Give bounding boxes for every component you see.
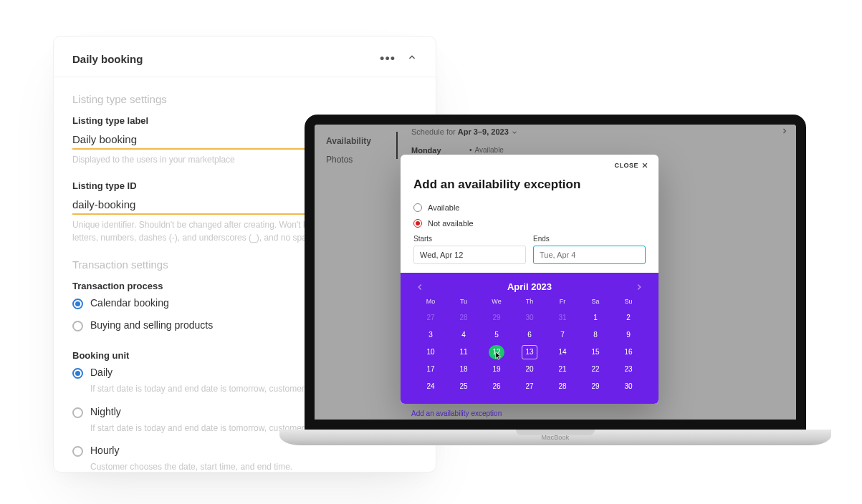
calendar-day[interactable]: 4 xyxy=(456,328,471,342)
calendar-day-other[interactable]: 31 xyxy=(555,311,570,325)
calendar-day[interactable]: 19 xyxy=(489,362,504,377)
process-option-label: Calendar booking xyxy=(90,297,169,309)
unit-option-label: Nightly xyxy=(90,406,121,417)
calendar-day[interactable]: 5 xyxy=(489,328,504,342)
sidebar-separator xyxy=(396,132,398,159)
close-button[interactable]: CLOSE xyxy=(614,162,648,169)
app-screen: Availability Photos Schedule for Apr 3–9… xyxy=(315,125,796,420)
calendar-day[interactable]: 17 xyxy=(423,362,439,377)
laptop-brand: MacBook xyxy=(542,434,570,441)
settings-header: Daily booking ••• xyxy=(54,37,436,77)
radio-icon[interactable] xyxy=(72,321,83,331)
calendar-day-other[interactable]: 29 xyxy=(489,311,504,325)
ends-input[interactable] xyxy=(533,246,646,264)
schedule-range: Apr 3–9, 2023 xyxy=(458,127,509,136)
calendar-grid: MoTuWeThFrSaSu27282930311234567891011121… xyxy=(415,298,644,394)
ends-field: Ends xyxy=(533,235,646,264)
calendar-day[interactable]: 3 xyxy=(423,328,439,342)
radio-icon[interactable] xyxy=(413,203,422,212)
calendar-day[interactable]: 16 xyxy=(621,345,636,359)
calendar-day[interactable]: 24 xyxy=(423,379,439,394)
calendar-day-other[interactable]: 28 xyxy=(456,311,471,325)
sidebar-item-availability[interactable]: Availability xyxy=(320,132,399,150)
calendar-dow: Sa xyxy=(580,298,611,308)
cursor-icon xyxy=(495,351,502,359)
settings-title: Daily booking xyxy=(72,53,143,65)
calendar-day[interactable]: 20 xyxy=(522,362,537,377)
calendar-day[interactable]: 27 xyxy=(522,379,537,394)
modal-option-label: Available xyxy=(428,203,459,212)
calendar-dow: We xyxy=(481,298,512,308)
modal-option-available[interactable]: Available xyxy=(413,203,646,212)
calendar-day[interactable]: 30 xyxy=(621,379,636,394)
laptop-mock: Availability Photos Schedule for Apr 3–9… xyxy=(279,115,831,445)
calendar-day[interactable]: 13 xyxy=(522,345,537,359)
section-listing-heading: Listing type settings xyxy=(72,93,417,105)
calendar-day[interactable]: 10 xyxy=(423,345,439,359)
calendar-dow: Th xyxy=(514,298,545,308)
modal-title: Add an availability exception xyxy=(413,178,646,192)
calendar-day[interactable]: 26 xyxy=(489,379,504,394)
day-label: Monday xyxy=(411,146,441,155)
date-fields: Starts Ends xyxy=(413,235,646,264)
calendar-day[interactable]: 8 xyxy=(588,328,603,342)
schedule-bar: Schedule for Apr 3–9, 2023 xyxy=(411,126,789,137)
close-label: CLOSE xyxy=(614,162,638,169)
radio-icon[interactable] xyxy=(72,446,83,457)
more-icon[interactable]: ••• xyxy=(380,52,396,65)
unit-option-label: Hourly xyxy=(90,445,119,456)
calendar-day-other[interactable]: 30 xyxy=(522,311,537,325)
starts-input[interactable] xyxy=(413,246,526,264)
calendar-dow: Su xyxy=(613,298,644,308)
starts-label: Starts xyxy=(413,235,526,243)
calendar-nav: April 2023 xyxy=(415,281,644,292)
sidebar-item-photos[interactable]: Photos xyxy=(320,150,399,169)
calendar-day[interactable]: 12 xyxy=(489,345,504,359)
radio-icon[interactable] xyxy=(72,368,83,379)
radio-icon[interactable] xyxy=(72,299,83,309)
calendar-day[interactable]: 14 xyxy=(555,345,570,359)
process-option-label: Buying and selling products xyxy=(90,319,213,331)
close-icon xyxy=(641,162,648,169)
calendar-day[interactable]: 15 xyxy=(588,345,603,359)
add-exception-link[interactable]: Add an availability exception xyxy=(411,410,502,417)
calendar: April 2023 MoTuWeThFrSaSu272829303112345… xyxy=(401,273,659,404)
radio-icon[interactable] xyxy=(413,219,422,228)
calendar-day[interactable]: 25 xyxy=(456,379,471,394)
calendar-day[interactable]: 23 xyxy=(621,362,636,377)
calendar-day[interactable]: 22 xyxy=(588,362,603,377)
ends-label: Ends xyxy=(533,235,646,243)
calendar-day[interactable]: 7 xyxy=(555,328,570,342)
modal-option-label: Not available xyxy=(428,219,474,228)
calendar-day[interactable]: 28 xyxy=(555,379,570,394)
collapse-icon[interactable] xyxy=(407,52,417,65)
prev-month-button[interactable] xyxy=(415,282,425,292)
calendar-day[interactable]: 29 xyxy=(588,379,603,394)
laptop-base: MacBook xyxy=(279,430,831,445)
calendar-day[interactable]: 21 xyxy=(555,362,570,377)
radio-icon[interactable] xyxy=(72,407,83,418)
unit-option-2[interactable]: Hourly Customer chooses the date, start … xyxy=(72,445,417,473)
modal-option-not-available[interactable]: Not available xyxy=(413,219,646,228)
calendar-day[interactable]: 18 xyxy=(456,362,471,377)
calendar-dow: Mo xyxy=(415,298,446,308)
calendar-day-other[interactable]: 27 xyxy=(423,311,439,325)
calendar-day[interactable]: 6 xyxy=(522,328,537,342)
next-month-button[interactable] xyxy=(634,282,644,292)
schedule-label[interactable]: Schedule for Apr 3–9, 2023 xyxy=(411,127,518,136)
available-indicator: Available xyxy=(469,146,504,154)
calendar-title: April 2023 xyxy=(507,281,552,292)
chevron-down-icon[interactable] xyxy=(511,129,518,136)
exception-modal: CLOSE Add an availability exception Avai… xyxy=(401,155,659,404)
calendar-day[interactable]: 2 xyxy=(621,311,636,325)
laptop-screen: Availability Photos Schedule for Apr 3–9… xyxy=(305,115,806,430)
calendar-day[interactable]: 9 xyxy=(621,328,636,342)
schedule-prefix: Schedule for xyxy=(411,127,458,136)
calendar-day[interactable]: 1 xyxy=(588,311,603,325)
calendar-day[interactable]: 11 xyxy=(456,345,471,359)
calendar-dow: Tu xyxy=(448,298,479,308)
header-actions: ••• xyxy=(380,52,417,65)
next-week-button[interactable] xyxy=(780,126,789,137)
calendar-dow: Fr xyxy=(547,298,578,308)
unit-option-label: Daily xyxy=(90,367,112,378)
